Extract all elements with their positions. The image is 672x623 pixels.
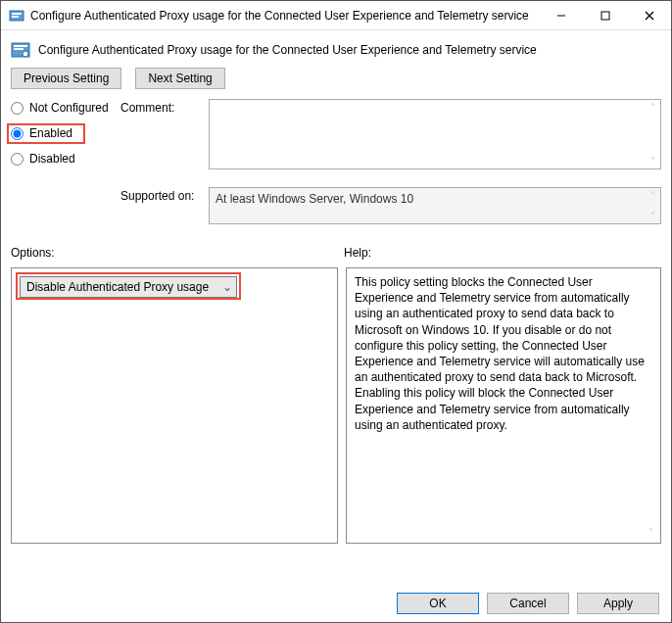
proxy-usage-dropdown[interactable]: Disable Authenticated Proxy usage ⌄ xyxy=(20,276,237,298)
policy-large-icon xyxy=(11,40,30,60)
supported-on-label: Supported on: xyxy=(120,187,209,203)
help-label: Help: xyxy=(344,246,371,260)
footer: OK Cancel Apply xyxy=(397,593,659,614)
previous-setting-button[interactable]: Previous Setting xyxy=(11,68,121,89)
comment-textbox[interactable]: ˄ ˅ xyxy=(209,99,661,169)
svg-rect-9 xyxy=(14,48,24,50)
spacer xyxy=(11,187,120,189)
svg-rect-8 xyxy=(14,45,27,47)
radio-not-configured-input[interactable] xyxy=(11,102,24,115)
subheader: Configure Authenticated Proxy usage for … xyxy=(1,30,671,64)
policy-icon xyxy=(9,8,24,24)
next-setting-button[interactable]: Next Setting xyxy=(135,68,224,89)
radio-disabled[interactable]: Disabled xyxy=(11,152,120,166)
scroll-up-icon: ˄ xyxy=(647,102,658,113)
supported-on-text: At least Windows Server, Windows 10 xyxy=(216,192,413,206)
radio-enabled-input[interactable] xyxy=(11,127,24,140)
maximize-button[interactable] xyxy=(583,1,627,29)
window-title: Configure Authenticated Proxy usage for … xyxy=(30,9,539,23)
proxy-usage-dropdown-value: Disable Authenticated Proxy usage xyxy=(26,280,209,294)
ok-button[interactable]: OK xyxy=(397,593,479,614)
scroll-down-icon: ˅ xyxy=(647,156,658,167)
comment-label: Comment: xyxy=(120,99,209,115)
subheader-title: Configure Authenticated Proxy usage for … xyxy=(38,43,537,57)
options-pane: Disable Authenticated Proxy usage ⌄ xyxy=(11,267,338,544)
svg-point-10 xyxy=(23,51,28,57)
minimize-button[interactable] xyxy=(539,1,583,29)
chevron-down-icon: ⌄ xyxy=(222,280,232,294)
scroll-down-icon: ˅ xyxy=(645,526,656,540)
radio-not-configured[interactable]: Not Configured xyxy=(11,101,120,115)
nav-row: Previous Setting Next Setting xyxy=(1,64,671,99)
options-label: Options: xyxy=(11,246,344,260)
titlebar: Configure Authenticated Proxy usage for … xyxy=(1,1,671,30)
supported-on-box: At least Windows Server, Windows 10 ˄ ˅ xyxy=(209,187,661,224)
radio-enabled-label: Enabled xyxy=(29,126,72,140)
scroll-down-icon: ˅ xyxy=(647,211,658,221)
cancel-button[interactable]: Cancel xyxy=(487,593,569,614)
radio-disabled-input[interactable] xyxy=(11,153,24,166)
svg-rect-2 xyxy=(12,16,19,18)
close-button[interactable] xyxy=(627,1,671,29)
apply-button[interactable]: Apply xyxy=(577,593,659,614)
help-pane: This policy setting blocks the Connected… xyxy=(346,267,661,544)
svg-rect-1 xyxy=(12,13,22,15)
radio-enabled[interactable]: Enabled xyxy=(11,126,120,140)
scroll-up-icon: ˄ xyxy=(647,190,658,201)
radio-not-configured-label: Not Configured xyxy=(29,101,109,115)
help-text: This policy setting blocks the Connected… xyxy=(355,275,645,432)
svg-rect-4 xyxy=(601,12,609,20)
radio-disabled-label: Disabled xyxy=(29,152,75,166)
